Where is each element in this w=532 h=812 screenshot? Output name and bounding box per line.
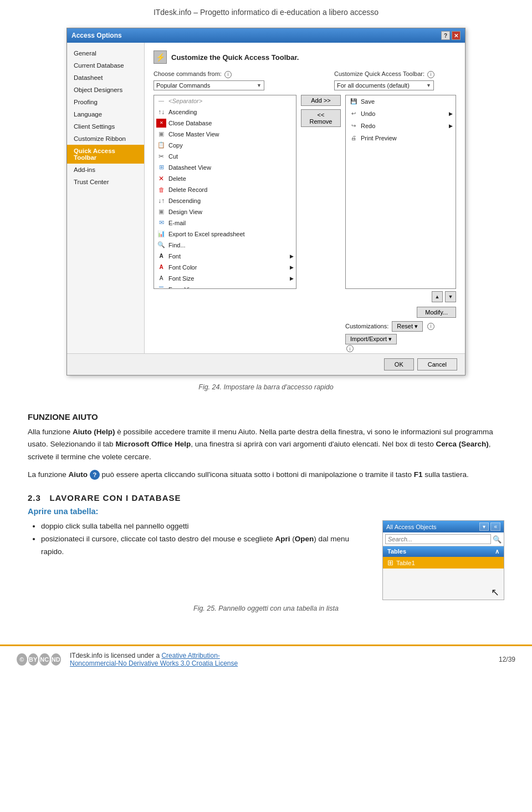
cmd-find[interactable]: 🔍 Find... bbox=[154, 240, 296, 251]
save-icon: 💾 bbox=[349, 97, 359, 106]
cmd-close-database[interactable]: ✕ Close Database bbox=[154, 118, 296, 129]
cc-circle: © bbox=[17, 653, 27, 666]
cc-icons: © BY NC ND bbox=[17, 652, 61, 667]
table-icon: ⊞ bbox=[387, 559, 393, 567]
cmd-cut[interactable]: ✂ Cut bbox=[154, 151, 296, 162]
customize-dropdown[interactable]: For all documents (default) ▼ bbox=[334, 80, 434, 90]
customizations-label: Customizations: bbox=[345, 323, 388, 329]
close-master-icon: ▣ bbox=[156, 130, 166, 139]
right-commands-list[interactable]: 💾 Save ↩ Undo ▶ ↪ Redo ▶ bbox=[345, 95, 456, 289]
right-cmd-redo[interactable]: ↪ Redo ▶ bbox=[346, 120, 456, 132]
section-two-col: doppio click sulla tabella nel pannello … bbox=[28, 520, 504, 600]
close-db-icon: ✕ bbox=[156, 119, 166, 128]
find-icon: 🔍 bbox=[156, 241, 166, 250]
font-arrow: ▶ bbox=[290, 253, 294, 259]
cmd-form-view[interactable]: ☰ Form View bbox=[154, 284, 296, 289]
ascending-icon: ↑↓ bbox=[156, 108, 166, 116]
choose-dropdown-value: Popular Commands bbox=[156, 82, 210, 89]
footer-link1[interactable]: Creative Attribution-Noncommercial-No De… bbox=[70, 652, 238, 667]
commands-list[interactable]: — <Separator> ↑↓ Ascending ✕ Close Datab… bbox=[154, 95, 296, 289]
cmd-delete-record[interactable]: 🗑 Delete Record bbox=[154, 184, 296, 195]
redo-arrow: ▶ bbox=[449, 123, 453, 129]
subsection-title: Aprire una tabella: bbox=[28, 507, 504, 516]
cursor-indicator: ↖ bbox=[383, 585, 504, 600]
cmd-export-excel[interactable]: 📊 Export to Excel spreadsheet bbox=[154, 229, 296, 240]
reset-button[interactable]: Reset ▾ bbox=[392, 321, 423, 332]
modify-button[interactable]: Modify... bbox=[417, 307, 456, 318]
descending-icon: ↓↑ bbox=[156, 196, 166, 205]
right-cmd-save[interactable]: 💾 Save bbox=[346, 95, 456, 108]
importexport-info-icon: i bbox=[346, 345, 354, 352]
copy-icon: 📋 bbox=[156, 141, 166, 150]
cancel-button[interactable]: Cancel bbox=[417, 358, 457, 371]
content-title-text: Customize the Quick Access Toolbar. bbox=[171, 53, 299, 62]
add-button[interactable]: Add >> bbox=[301, 95, 341, 106]
choose-dropdown[interactable]: Popular Commands ▼ bbox=[154, 80, 264, 90]
cmd-datasheet-view[interactable]: ⊞ Datasheet View bbox=[154, 162, 296, 173]
access-panel-header: All Access Objects ▾ « bbox=[383, 521, 504, 532]
sidebar-item-language[interactable]: Language bbox=[67, 108, 144, 120]
access-panel-footer-space bbox=[383, 569, 504, 585]
access-search-input[interactable] bbox=[385, 534, 491, 544]
table1-item[interactable]: ⊞ Table1 bbox=[383, 557, 504, 569]
move-down-btn[interactable]: ▼ bbox=[445, 291, 456, 302]
access-objects-panel: All Access Objects ▾ « 🔍 Tables ∧ ⊞ Ta bbox=[382, 520, 504, 600]
sidebar-item-general[interactable]: General bbox=[67, 47, 144, 59]
cmd-copy[interactable]: 📋 Copy bbox=[154, 140, 296, 151]
move-up-btn[interactable]: ▲ bbox=[432, 291, 443, 302]
page-footer: © BY NC ND ITdesk.info is licensed under… bbox=[0, 644, 532, 673]
access-collapse-btn[interactable]: « bbox=[490, 522, 500, 531]
page-header: ITdesk.info – Progetto informatico di e-… bbox=[0, 0, 532, 22]
customize-dropdown-arrow: ▼ bbox=[426, 83, 431, 88]
nd-circle: ND bbox=[51, 653, 62, 666]
delete-record-icon: 🗑 bbox=[156, 185, 166, 194]
cmd-separator[interactable]: — <Separator> bbox=[154, 95, 296, 106]
cmd-ascending[interactable]: ↑↓ Ascending bbox=[154, 106, 296, 118]
cmd-font-color[interactable]: A Font Color ▶ bbox=[154, 262, 296, 273]
access-dropdown-btn[interactable]: ▾ bbox=[479, 522, 489, 531]
left-list-container: — <Separator> ↑↓ Ascending ✕ Close Datab… bbox=[154, 95, 296, 289]
cmd-email[interactable]: ✉ E-mail bbox=[154, 217, 296, 229]
sidebar-item-trust-center[interactable]: Trust Center bbox=[67, 176, 144, 188]
sidebar-item-add-ins[interactable]: Add-ins bbox=[67, 164, 144, 176]
design-icon: ▣ bbox=[156, 207, 166, 216]
sidebar-item-customize-ribbon[interactable]: Customize Ribbon bbox=[67, 133, 144, 145]
close-title-btn[interactable]: ✕ bbox=[452, 31, 461, 40]
remove-button[interactable]: << Remove bbox=[301, 109, 341, 127]
sidebar-item-client-settings[interactable]: Client Settings bbox=[67, 120, 144, 133]
cmd-font-size[interactable]: A Font Size ▶ bbox=[154, 273, 296, 284]
undo-arrow: ▶ bbox=[449, 111, 453, 116]
cmd-design-view[interactable]: ▣ Design View bbox=[154, 206, 296, 217]
importexport-button[interactable]: Import/Export ▾ bbox=[345, 334, 397, 344]
ok-button[interactable]: OK bbox=[384, 358, 414, 371]
tables-label: Tables bbox=[387, 548, 406, 555]
access-tables-header: Tables ∧ bbox=[383, 546, 504, 557]
cmd-descending[interactable]: ↓↑ Descending bbox=[154, 195, 296, 206]
sidebar-item-object-designers[interactable]: Object Designers bbox=[67, 84, 144, 96]
titlebar-buttons: ? ✕ bbox=[441, 31, 461, 40]
funzione-aiuto-para1: Alla funzione Aiuto (Help) è possibile a… bbox=[28, 426, 504, 463]
content-title-row: ⚡ Customize the Quick Access Toolbar. bbox=[154, 50, 456, 64]
right-dropdown-group: Customize Quick Access Toolbar: i For al… bbox=[334, 70, 456, 90]
choose-dropdown-arrow: ▼ bbox=[257, 83, 262, 88]
cmd-delete[interactable]: ✕ Delete bbox=[154, 173, 296, 184]
add-remove-col: Add >> << Remove bbox=[299, 95, 343, 127]
choose-info-icon: i bbox=[224, 71, 232, 78]
dialog-footer: OK Cancel bbox=[67, 353, 465, 375]
cmd-font[interactable]: A Font ▶ bbox=[154, 251, 296, 262]
sidebar-item-datasheet[interactable]: Datasheet bbox=[67, 72, 144, 84]
help-title-btn[interactable]: ? bbox=[441, 31, 450, 40]
reset-info-icon: i bbox=[427, 323, 434, 330]
font-size-arrow: ▶ bbox=[290, 276, 294, 281]
customize-info-icon: i bbox=[427, 71, 434, 78]
email-icon: ✉ bbox=[156, 219, 166, 227]
fig25-caption: Fig. 25. Pannello oggetti con una tabell… bbox=[28, 605, 504, 612]
right-cmd-undo[interactable]: ↩ Undo ▶ bbox=[346, 108, 456, 120]
sidebar-item-proofing[interactable]: Proofing bbox=[67, 96, 144, 108]
cmd-close-master-view[interactable]: ▣ Close Master View bbox=[154, 129, 296, 140]
right-cmd-print[interactable]: 🖨 Print Preview bbox=[346, 132, 456, 144]
sidebar-item-current-database[interactable]: Current Database bbox=[67, 59, 144, 72]
table1-label: Table1 bbox=[396, 560, 415, 566]
sidebar-item-quick-access-toolbar[interactable]: Quick Access Toolbar bbox=[67, 145, 144, 164]
access-search-icon: 🔍 bbox=[493, 535, 502, 544]
